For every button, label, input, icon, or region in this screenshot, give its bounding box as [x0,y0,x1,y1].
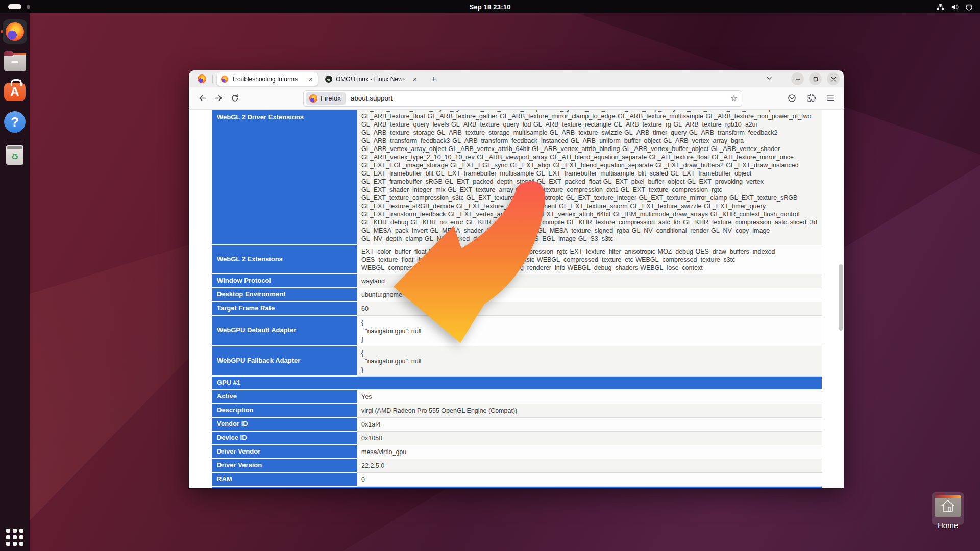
drawer-handle [11,61,18,63]
grid-dot [6,535,10,539]
dock-item-firefox[interactable] [0,13,30,44]
new-tab-button[interactable]: + [427,73,440,85]
workspace-indicator[interactable] [0,4,122,9]
table-row: Device ID 0x1050 [212,432,822,445]
close-button[interactable] [827,72,840,85]
row-label: WebGL 2 Driver Extensions [212,110,357,245]
bookmark-star-icon[interactable]: ☆ [730,94,738,103]
row-label: RAM [212,473,357,487]
workspace-active-pill[interactable] [8,4,21,9]
grid-dot [13,529,17,533]
software-letter: A [10,85,19,99]
grid-dot [19,535,23,539]
navigation-toolbar: Firefox about:support ☆ [189,87,844,110]
section-label: GPU #1 [212,377,822,390]
row-label: Description [212,404,357,418]
section-label: Diagnostics [212,487,822,488]
url-bar[interactable]: Firefox about:support ☆ [303,90,742,107]
maximize-button[interactable] [809,72,822,85]
tab-close-icon[interactable]: × [308,76,314,83]
list-all-tabs-chevron-icon[interactable] [766,74,773,84]
identity-firefox-icon [309,94,317,103]
ubuntu-dock: A ? ♻ [0,13,30,551]
pocket-icon[interactable] [784,91,799,106]
reload-button[interactable] [227,91,242,106]
grid-dot [13,535,17,539]
dock-item-ubuntu-software[interactable]: A [0,71,30,101]
section-header-row: GPU #1 [212,377,822,390]
row-value: mesa/virtio_gpu [357,445,822,459]
page-scrollbar[interactable] [839,111,843,487]
volume-icon [951,3,959,11]
row-label: Window Protocol [212,274,357,288]
system-status-area[interactable] [857,3,980,11]
help-icon: ? [4,111,26,133]
tab-close-icon[interactable]: × [412,76,418,83]
table-row: RAM 0 [212,473,822,487]
row-label: WebGPU Default Adapter [212,316,357,346]
ubuntu-software-icon: A [4,83,26,101]
home-folder-icon [935,495,961,517]
toolbar-right-icons [783,91,839,106]
tab-title: OMG! Linux - Linux News [336,76,408,83]
row-value: 0x1af4 [357,418,822,432]
trash-icon: ♻ [6,145,23,165]
table-row: Driver Version 22.2.5.0 [212,459,822,473]
dock-item-files[interactable] [0,44,30,71]
row-label: WebGPU Fallback Adapter [212,346,357,377]
firefox-icon [6,22,24,41]
back-button[interactable] [194,91,210,106]
grid-dot [19,529,23,533]
show-applications-button[interactable] [0,529,30,546]
question-glyph: ? [11,114,19,130]
site-identity-chip[interactable]: Firefox [306,92,346,105]
tab-title: Troubleshooting Informa [232,76,304,83]
app-grid-icon [6,529,23,546]
row-value: virgl (AMD Radeon Pro 555 OpenGL Engine … [357,404,822,418]
row-label: Target Frame Rate [212,302,357,316]
table-row: Vendor ID 0x1af4 [212,418,822,432]
row-label: Driver Version [212,459,357,473]
row-label: Active [212,390,357,404]
row-label: Driver Vendor [212,445,357,459]
scrollbar-thumb[interactable] [839,264,843,331]
desktop-home-folder[interactable]: Home [928,495,967,530]
row-value: 22.2.5.0 [357,459,822,473]
workspace-inactive-dot[interactable] [27,5,30,9]
files-icon [4,54,26,71]
row-label: Desktop Environment [212,288,357,302]
forward-button[interactable] [211,91,226,106]
firefox-tile[interactable] [3,19,27,44]
grid-dot [6,529,10,533]
table-row: Driver Vendor mesa/virtio_gpu [212,445,822,459]
tab-favicon-omg [325,76,332,83]
row-value: 0 [357,473,822,487]
extensions-puzzle-icon[interactable] [803,91,819,106]
table-row: Active Yes [212,390,822,404]
tab-separator [212,75,213,83]
clock[interactable]: Sep 18 23:10 [469,3,510,11]
firefox-view-icon [198,74,206,83]
dock-item-trash[interactable]: ♻ [0,140,30,165]
grid-dot [6,542,10,546]
recycle-glyph: ♻ [11,153,18,161]
power-icon [965,3,973,11]
minimize-button[interactable] [791,72,804,85]
running-indicator-dot [1,30,3,33]
tab-favicon-firefox [221,76,228,83]
row-label: Device ID [212,432,357,445]
tab-omg-linux[interactable]: OMG! Linux - Linux News × [321,72,422,86]
identity-label: Firefox [321,94,341,102]
row-label: WebGL 2 Extensions [212,245,357,274]
hamburger-menu-icon[interactable] [823,91,838,106]
table-row: Description virgl (AMD Radeon Pro 555 Op… [212,404,822,418]
firefox-view-button[interactable] [194,73,209,85]
url-input[interactable]: about:support [351,94,725,102]
tab-bar: Troubleshooting Informa × OMG! Linux - L… [189,70,844,87]
grid-dot [13,542,17,546]
section-header-row: Diagnostics [212,487,822,488]
house-glyph [940,499,956,513]
dock-item-help[interactable]: ? [0,101,30,133]
tab-troubleshooting[interactable]: Troubleshooting Informa × [217,72,318,86]
grid-dot [19,542,23,546]
